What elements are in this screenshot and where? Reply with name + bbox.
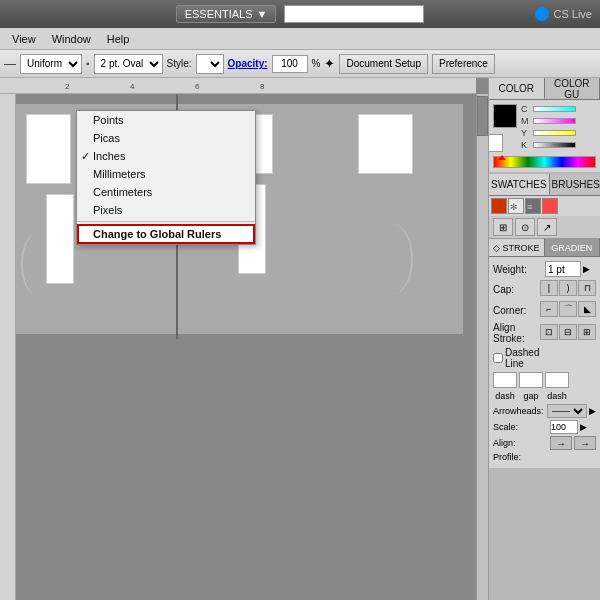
color-panel-content: C M Y K	[489, 100, 600, 172]
ruler-context-menu: Points Picas Inches Millimeters Centimet…	[76, 110, 256, 245]
tab-stroke[interactable]: ◇ STROKE	[489, 239, 545, 256]
right-panel: COLOR COLOR GU C M	[488, 78, 600, 600]
align-right-btn[interactable]: →	[574, 436, 596, 450]
menu-inches[interactable]: Inches	[77, 147, 255, 165]
menu-change-global-rulers[interactable]: Change to Global Rulers	[77, 224, 255, 244]
menu-picas[interactable]: Picas	[77, 129, 255, 147]
arc-left	[21, 234, 51, 294]
cap-square[interactable]: ⊓	[578, 280, 596, 296]
cap-icons: | ) ⊓	[540, 280, 596, 296]
tab-brushes[interactable]: BRUSHES	[550, 174, 600, 195]
doc-setup-button[interactable]: Document Setup	[339, 54, 428, 74]
y-label: Y	[521, 128, 531, 138]
corner-miter[interactable]: ⌐	[540, 301, 558, 317]
dashed-checkbox[interactable]	[493, 353, 503, 363]
menu-millimeters[interactable]: Millimeters	[77, 165, 255, 183]
menu-change-global-rulers-label: Change to Global Rulers	[93, 228, 221, 240]
menu-pixels[interactable]: Pixels	[77, 201, 255, 219]
swatch-3[interactable]: ≡	[525, 198, 541, 214]
menu-item-help[interactable]: Help	[99, 31, 138, 47]
top-bar: ESSENTIALS ▼ CS Live	[0, 0, 600, 28]
align-icons: ⊡ ⊟ ⊞	[540, 324, 596, 340]
swatches-panel-tabs: SWATCHES BRUSHES	[489, 174, 600, 196]
ruler-horizontal: 2 4 6 8	[0, 78, 476, 94]
gap-input-1[interactable]	[519, 372, 543, 388]
align-inside[interactable]: ⊟	[559, 324, 577, 340]
k-slider[interactable]	[533, 142, 576, 148]
menu-item-window[interactable]: Window	[44, 31, 99, 47]
swatch-2[interactable]: ✻	[508, 198, 524, 214]
align-left-btn[interactable]: →	[550, 436, 572, 450]
foreground-color[interactable]	[493, 104, 517, 128]
menu-millimeters-label: Millimeters	[93, 168, 146, 180]
menu-separator	[77, 221, 255, 222]
menu-bar: View Window Help	[0, 28, 600, 50]
opacity-input[interactable]	[272, 55, 308, 73]
panel-tool-2[interactable]: ⊙	[515, 218, 535, 236]
weight-row: Weight: ▶	[493, 261, 596, 277]
corner-label: Corner:	[493, 305, 538, 316]
menu-points[interactable]: Points	[77, 111, 255, 129]
weight-input[interactable]	[545, 261, 581, 277]
essentials-button[interactable]: ESSENTIALS ▼	[176, 5, 277, 23]
m-slider[interactable]	[533, 118, 576, 124]
background-color[interactable]	[488, 134, 503, 152]
corner-icons: ⌐ ⌒ ◣	[540, 301, 596, 317]
align-stroke-label: Align Stroke:	[493, 322, 538, 344]
menu-item-view[interactable]: View	[4, 31, 44, 47]
svg-text:≡: ≡	[527, 202, 532, 212]
star-icon[interactable]: ✦	[324, 56, 335, 71]
scale-input[interactable]	[550, 420, 578, 434]
slider-m-row: M	[521, 116, 596, 126]
dash-input-1[interactable]	[493, 372, 517, 388]
canvas-content: Points Picas Inches Millimeters Centimet…	[16, 94, 476, 600]
brush-select[interactable]: 2 pt. Oval	[94, 54, 163, 74]
toolbar: — Uniform ▪ 2 pt. Oval Style: Opacity: %…	[0, 50, 600, 78]
align-center[interactable]: ⊡	[540, 324, 558, 340]
scrollbar-vertical[interactable]	[476, 94, 488, 600]
arrowheads-label: Arrowheads:	[493, 406, 545, 416]
cap-butt[interactable]: |	[540, 280, 558, 296]
scrollbar-thumb[interactable]	[477, 96, 488, 136]
swatch-4[interactable]	[542, 198, 558, 214]
corner-bevel[interactable]: ◣	[578, 301, 596, 317]
swatch-1[interactable]	[491, 198, 507, 214]
c-slider[interactable]	[533, 106, 576, 112]
uniform-select[interactable]: Uniform	[20, 54, 82, 74]
search-input[interactable]	[284, 5, 424, 23]
dash-label: dash	[493, 391, 517, 401]
dash-input-2[interactable]	[545, 372, 569, 388]
panel-tool-1[interactable]: ⊞	[493, 218, 513, 236]
slider-y-row: Y	[521, 128, 596, 138]
k-label: K	[521, 140, 531, 150]
cs-live-label: CS Live	[553, 8, 592, 20]
panel-tool-3[interactable]: ↗	[537, 218, 557, 236]
spectrum-bar[interactable]	[493, 156, 596, 168]
y-slider[interactable]	[533, 130, 576, 136]
tab-swatches[interactable]: SWATCHES	[489, 174, 550, 195]
tab-gradient[interactable]: GRADIEN	[545, 239, 601, 256]
tab-color[interactable]: COLOR	[489, 78, 545, 99]
spectrum-cursor	[498, 155, 506, 160]
align-outside[interactable]: ⊞	[578, 324, 596, 340]
corner-round[interactable]: ⌒	[559, 301, 577, 317]
style-select[interactable]	[196, 54, 224, 74]
essentials-label: ESSENTIALS	[185, 8, 253, 20]
arrow-icon: ▶	[589, 406, 596, 416]
preferences-button[interactable]: Preference	[432, 54, 495, 74]
menu-points-label: Points	[93, 114, 124, 126]
scale-label: Scale:	[493, 422, 548, 432]
cap-label: Cap:	[493, 284, 538, 295]
profile-row: Profile:	[493, 452, 596, 462]
arrowhead-start-select[interactable]: ——	[547, 404, 587, 418]
weight-stepper[interactable]: ▶	[583, 264, 590, 274]
swatches-panel-content: ✻ ≡	[489, 196, 600, 216]
ruler-tick-6: 6	[195, 82, 199, 91]
ruler-tick-2: 2	[65, 82, 69, 91]
tab-color-guide[interactable]: COLOR GU	[545, 78, 601, 99]
menu-centimeters[interactable]: Centimeters	[77, 183, 255, 201]
scale-row: Scale: ▶	[493, 420, 596, 434]
scale-stepper[interactable]: ▶	[580, 422, 587, 432]
cap-round[interactable]: )	[559, 280, 577, 296]
arc-right	[373, 224, 413, 294]
